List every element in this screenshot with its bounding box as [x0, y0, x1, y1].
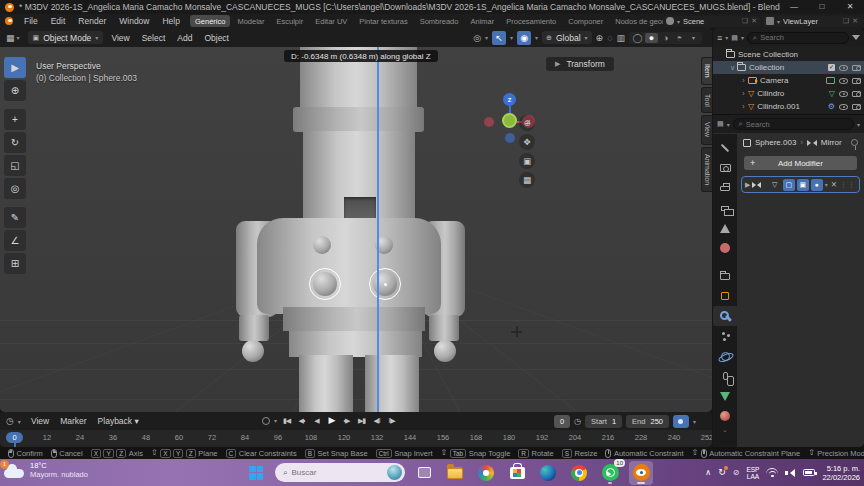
next-keyframe-button[interactable]: •▶ — [341, 414, 352, 427]
expand-icon[interactable]: › — [739, 77, 748, 84]
viewport-menu-object[interactable]: Object — [204, 33, 229, 43]
frame-end-field[interactable]: End 250 — [626, 415, 669, 428]
cursor-tool[interactable]: ⊕ — [4, 80, 26, 101]
breadcrumb-object[interactable]: Sphere.003 — [755, 138, 796, 147]
workspace-tab[interactable]: Editar UV — [310, 15, 352, 27]
model-pelvis[interactable] — [289, 331, 422, 357]
explorer-taskbar-button[interactable] — [443, 461, 467, 485]
outliner-display-mode-icon[interactable]: ▤ — [731, 34, 738, 42]
proportional-dropdown[interactable]: ▾ — [535, 34, 538, 41]
language-indicator[interactable]: ESP LAA — [746, 466, 759, 480]
model-cuff-left[interactable] — [239, 315, 269, 341]
zoom-icon[interactable]: ⊕ — [519, 115, 535, 131]
sidebar-tab-item[interactable]: Item — [701, 57, 712, 85]
timeline-ruler[interactable]: 0 12243648607284961081201321441561681801… — [0, 430, 712, 447]
scale-tool[interactable]: ◱ — [4, 155, 26, 176]
outliner-row[interactable]: ›▽Cilindro▽ — [713, 87, 864, 100]
workspace-tab[interactable]: Componer — [563, 15, 608, 27]
outliner-row[interactable]: Scene Collection — [713, 48, 864, 61]
outliner-editor-icon[interactable]: ≡ — [717, 33, 722, 43]
properties-tab-world[interactable] — [713, 238, 737, 258]
workspace-tab[interactable]: Genérico — [190, 15, 230, 27]
clock[interactable]: 5:16 p. m. 22/02/2026 — [822, 464, 860, 482]
modifier-drag-handle[interactable]: ⋮⋮ — [840, 181, 856, 189]
sync-update-icon[interactable]: ↻ — [718, 468, 726, 477]
properties-tab-data[interactable] — [713, 386, 737, 406]
transform-orientation-dropdown[interactable]: ⊕ Global ▾ — [542, 31, 591, 44]
modifier-editmode-toggle[interactable]: ▽ — [769, 179, 781, 191]
camera-view-icon[interactable]: ▣ — [519, 153, 535, 169]
add-cube-tool[interactable]: ⊞ — [4, 253, 26, 274]
task-view-button[interactable] — [412, 461, 436, 485]
taskbar-search[interactable]: ⌕ — [275, 463, 405, 482]
outliner-search-input[interactable] — [760, 33, 843, 42]
properties-search[interactable]: ⌕ — [733, 118, 854, 130]
overlays-icon[interactable]: ◌ — [607, 33, 612, 43]
viewport-canvas[interactable]: User Perspective (0) Collection | Sphere… — [0, 47, 712, 412]
edge-taskbar-button[interactable] — [536, 461, 560, 485]
model-hand-left[interactable] — [242, 340, 264, 362]
scene-selector[interactable]: ▾ Scene ❏ ✕ — [663, 16, 760, 27]
menu-render[interactable]: Render — [78, 16, 106, 26]
jump-to-start-button[interactable]: ▮◀ — [281, 414, 292, 427]
properties-editor-icon[interactable]: ▤ — [717, 120, 724, 128]
expand-modifier-icon[interactable]: ▶ — [745, 181, 750, 189]
hide-viewport-icon[interactable] — [839, 78, 848, 84]
workspace-tab[interactable]: Modelar — [232, 15, 269, 27]
properties-tab-constraints[interactable] — [713, 366, 737, 386]
properties-tab-modifiers[interactable] — [713, 306, 737, 326]
disable-render-icon[interactable] — [852, 91, 861, 97]
maximize-button[interactable]: □ — [808, 0, 836, 14]
outliner-search[interactable]: ⌕ — [747, 32, 849, 44]
frame-back-button[interactable]: ◀‖ — [371, 414, 382, 427]
workspace-tab[interactable]: Procesamiento — [501, 15, 561, 27]
rotate-tool[interactable]: ↻ — [4, 132, 26, 153]
properties-tab-viewlayer[interactable] — [713, 198, 737, 218]
viewport-menu-add[interactable]: Add — [177, 33, 192, 43]
editor-type-icon[interactable]: ▦ — [6, 33, 15, 43]
measure-tool[interactable]: ∠ — [4, 230, 26, 251]
pan-hand-icon[interactable]: ✥ — [519, 134, 535, 150]
model-hat-brim[interactable] — [293, 107, 424, 132]
model-belt[interactable] — [283, 307, 425, 331]
exclude-checkbox[interactable]: ✓ — [828, 64, 835, 71]
snap-dropdown[interactable]: ▾ — [510, 34, 513, 41]
volume-icon[interactable] — [785, 468, 795, 477]
add-modifier-button[interactable]: + Add Modifier — [744, 156, 857, 170]
modifier-render-toggle[interactable]: ● — [811, 179, 823, 191]
tweak-select-tool[interactable]: ▶ — [4, 57, 26, 78]
hide-viewport-icon[interactable] — [839, 104, 848, 110]
start-button[interactable] — [244, 461, 268, 485]
modifier-extras-dropdown[interactable]: ▾ — [825, 181, 828, 188]
properties-tab-tool[interactable] — [713, 138, 737, 158]
mode-dropdown[interactable]: ▣ Object Mode ▾ — [28, 31, 104, 44]
timeline-editor-icon[interactable]: ◷ — [6, 416, 14, 426]
disable-render-icon[interactable] — [852, 104, 861, 110]
use-preview-range-icon[interactable]: ◷ — [574, 417, 581, 426]
expand-icon[interactable]: › — [739, 90, 748, 97]
blender-menu-icon[interactable] — [5, 17, 13, 25]
auto-keying-icon[interactable] — [262, 417, 270, 425]
shading-dropdown[interactable]: ▾ — [687, 34, 700, 41]
unlink-scene-icon[interactable]: ✕ — [751, 17, 757, 25]
play-reverse-button[interactable]: ◀ — [311, 414, 322, 427]
disable-render-icon[interactable] — [852, 78, 861, 84]
menu-help[interactable]: Help — [162, 16, 179, 26]
expand-icon[interactable]: ∨ — [728, 64, 737, 72]
jump-to-end-button[interactable]: ▶▮ — [356, 414, 367, 427]
sidebar-tab-animation[interactable]: Animation — [701, 147, 712, 192]
workspace-tab[interactable]: Animar — [465, 15, 499, 27]
workspace-tab[interactable]: Pintar texturas — [354, 15, 412, 27]
wifi-icon[interactable] — [766, 468, 778, 477]
blender-taskbar-button[interactable] — [629, 461, 653, 485]
properties-tab-physics[interactable] — [713, 346, 737, 366]
properties-tab-particles[interactable] — [713, 326, 737, 346]
modifier-delete-icon[interactable]: ✕ — [830, 180, 838, 189]
sidebar-tab-view[interactable]: View — [701, 115, 712, 144]
search-daily-image[interactable] — [387, 465, 402, 480]
close-button[interactable]: ✕ — [836, 0, 864, 14]
new-viewlayer-icon[interactable]: ❏ — [843, 17, 849, 25]
disable-render-icon[interactable] — [852, 65, 861, 71]
gizmo-z-neg-axis[interactable] — [505, 133, 515, 143]
blender-app-icon[interactable] — [5, 3, 14, 12]
